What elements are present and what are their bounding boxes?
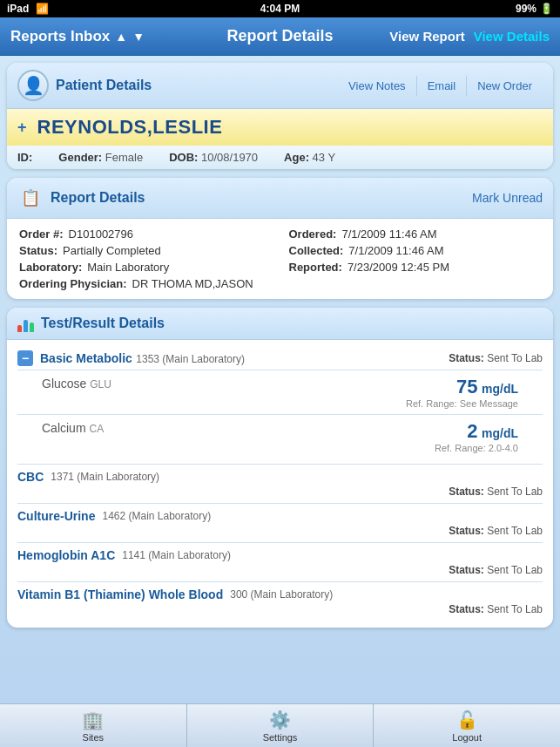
view-details-button[interactable]: View Details bbox=[474, 29, 550, 44]
test-group-hemoglobin-a1c: Hemoglobin A1C 1141 (Main Laboratory) bbox=[10, 543, 550, 564]
nav-right: View Report View Details bbox=[389, 29, 550, 44]
laboratory-label: Laboratory: bbox=[19, 261, 82, 274]
settings-tab[interactable]: ⚙️ Settings bbox=[187, 704, 374, 747]
plus-icon: + bbox=[17, 119, 27, 137]
reported-row: Reported: 7/23/2009 12:45 PM bbox=[289, 261, 542, 274]
patient-details-header: 👤 Patient Details View Notes Email New O… bbox=[7, 63, 553, 109]
ordered-row: Ordered: 7/1/2009 11:46 AM bbox=[289, 227, 542, 241]
patient-dob: DOB: 10/08/1970 bbox=[169, 151, 258, 164]
nav-up-arrow[interactable]: ▲ bbox=[115, 30, 127, 44]
culture-urine-status: Status: Sent To Lab bbox=[10, 525, 550, 542]
patient-actions: View Notes Email New Order bbox=[338, 76, 543, 96]
logout-icon: 🔓 bbox=[456, 710, 478, 730]
patient-avatar: 👤 bbox=[17, 70, 49, 101]
glucose-value: 75 mg/dL Ref. Range: See Message bbox=[406, 376, 518, 409]
report-icon: 📋 bbox=[17, 185, 44, 211]
report-details-header: 📋 Report Details Mark Unread bbox=[7, 178, 553, 219]
patient-meta: ID: Gender: Female DOB: 10/08/1970 Age: … bbox=[7, 146, 553, 169]
calcium-name: Calcium CA bbox=[42, 420, 104, 436]
report-details-card: 📋 Report Details Mark Unread Order #: D1… bbox=[7, 178, 553, 299]
battery-status: 99% 🔋 bbox=[516, 3, 553, 15]
new-order-button[interactable]: New Order bbox=[466, 76, 543, 96]
email-button[interactable]: Email bbox=[416, 76, 467, 96]
settings-tab-label: Settings bbox=[263, 732, 298, 743]
collapse-basic-metabolic-button[interactable]: − bbox=[17, 350, 33, 366]
vitamin-b1-status: Status: Sent To Lab bbox=[10, 603, 550, 621]
patient-age: Age: 43 Y bbox=[284, 151, 335, 164]
status-value: Partially Completed bbox=[63, 244, 161, 257]
patient-id: ID: bbox=[17, 151, 32, 164]
calcium-value: 2 mg/dL Ref. Range: 2.0-4.0 bbox=[435, 420, 518, 453]
ordered-value: 7/1/2009 11:46 AM bbox=[341, 227, 436, 241]
physician-row: Ordering Physician: DR THOMA MD,JASON bbox=[19, 277, 272, 290]
laboratory-value: Main Laboratory bbox=[87, 261, 169, 274]
nav-down-arrow[interactable]: ▼ bbox=[132, 30, 145, 44]
calcium-result: Calcium CA 2 mg/dL Ref. Range: 2.0-4.0 bbox=[10, 415, 550, 458]
glucose-result: Glucose GLU 75 mg/dL Ref. Range: See Mes… bbox=[10, 370, 550, 414]
cbc-status: Status: Sent To Lab bbox=[10, 486, 550, 503]
battery-icon: 🔋 bbox=[540, 3, 553, 15]
basic-metabolic-status: Status: Sent To Lab bbox=[449, 352, 543, 364]
order-number-value: D101002796 bbox=[69, 227, 133, 241]
test-group-basic-metabolic-header: − Basic Metabolic 1353 (Main Laboratory)… bbox=[10, 347, 550, 370]
report-details-title: Report Details bbox=[51, 190, 145, 206]
test-result-title: Test/Result Details bbox=[41, 316, 165, 331]
patient-header-left: 👤 Patient Details bbox=[17, 70, 152, 101]
logout-tab[interactable]: 🔓 Logout bbox=[374, 704, 560, 747]
mark-unread-button[interactable]: Mark Unread bbox=[472, 191, 543, 205]
view-notes-button[interactable]: View Notes bbox=[338, 76, 416, 96]
test-group-culture-urine: Culture-Urine 1462 (Main Laboratory) bbox=[10, 504, 550, 525]
patient-details-card: 👤 Patient Details View Notes Email New O… bbox=[7, 63, 553, 169]
glucose-name: Glucose GLU bbox=[42, 376, 111, 391]
laboratory-row: Laboratory: Main Laboratory bbox=[19, 261, 272, 274]
sites-tab-label: Sites bbox=[83, 732, 104, 743]
report-header-left: 📋 Report Details bbox=[17, 185, 145, 211]
physician-value: DR THOMA MD,JASON bbox=[132, 277, 253, 290]
carrier-label: iPad 📶 bbox=[7, 3, 49, 15]
sites-tab[interactable]: 🏢 Sites bbox=[0, 704, 187, 747]
tab-bar: 🏢 Sites ⚙️ Settings 🔓 Logout bbox=[0, 703, 560, 747]
main-content: 👤 Patient Details View Notes Email New O… bbox=[0, 56, 560, 703]
nav-title: Report Details bbox=[226, 27, 333, 45]
battery-label: 99% bbox=[516, 3, 536, 15]
ordered-label: Ordered: bbox=[289, 227, 337, 241]
time-label: 4:04 PM bbox=[260, 3, 300, 15]
test-group-basic-metabolic: − Basic Metabolic 1353 (Main Laboratory)… bbox=[10, 347, 550, 458]
sites-icon: 🏢 bbox=[82, 710, 104, 730]
reports-inbox-label: Reports Inbox bbox=[10, 28, 110, 45]
report-details-body: Order #: D101002796 Ordered: 7/1/2009 11… bbox=[7, 219, 553, 299]
status-row: Status: Partially Completed bbox=[19, 244, 272, 257]
status-label: Status: bbox=[19, 244, 57, 257]
logout-tab-label: Logout bbox=[452, 732, 482, 743]
view-report-button[interactable]: View Report bbox=[389, 29, 464, 44]
collected-value: 7/1/2009 11:46 AM bbox=[348, 244, 443, 257]
collected-label: Collected: bbox=[289, 244, 344, 257]
patient-gender: Gender: Female bbox=[58, 151, 143, 164]
test-body: − Basic Metabolic 1353 (Main Laboratory)… bbox=[7, 340, 553, 628]
settings-icon: ⚙️ bbox=[269, 710, 291, 730]
patient-details-title: Patient Details bbox=[56, 78, 152, 93]
physician-label: Ordering Physician: bbox=[19, 277, 127, 290]
test-group-cbc: CBC 1371 (Main Laboratory) bbox=[10, 465, 550, 486]
reported-value: 7/23/2009 12:45 PM bbox=[347, 261, 449, 274]
bar-chart-icon bbox=[17, 315, 34, 332]
top-nav-bar: Reports Inbox ▲ ▼ Report Details View Re… bbox=[0, 17, 560, 56]
test-result-header: Test/Result Details bbox=[7, 308, 553, 340]
reported-label: Reported: bbox=[289, 261, 342, 274]
status-bar: iPad 📶 4:04 PM 99% 🔋 bbox=[0, 0, 560, 17]
hemoglobin-status: Status: Sent To Lab bbox=[10, 564, 550, 581]
patient-name-band: + REYNOLDS,LESLIE bbox=[7, 109, 553, 146]
patient-name: REYNOLDS,LESLIE bbox=[37, 116, 223, 139]
collected-row: Collected: 7/1/2009 11:46 AM bbox=[289, 244, 542, 257]
order-number-label: Order #: bbox=[19, 227, 64, 241]
test-group-vitamin-b1: Vitamin B1 (Thiamine) Whole Blood 300 (M… bbox=[10, 582, 550, 603]
order-number-row: Order #: D101002796 bbox=[19, 227, 272, 241]
nav-left: Reports Inbox ▲ ▼ bbox=[10, 28, 145, 45]
test-result-card: Test/Result Details − Basic Metabolic 13… bbox=[7, 308, 553, 628]
basic-metabolic-name: Basic Metabolic 1353 (Main Laboratory) bbox=[40, 350, 245, 366]
